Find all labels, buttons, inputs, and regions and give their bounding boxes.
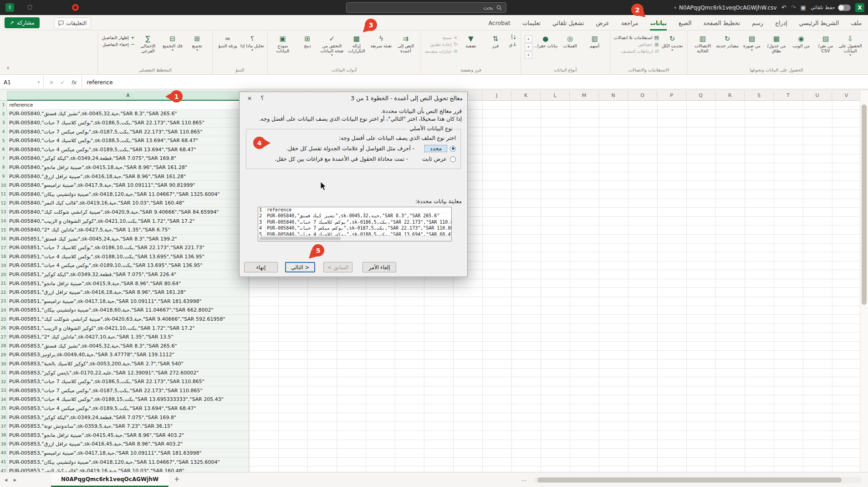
ribbon-button-picture[interactable]: ▧من صورة▾ — [740, 32, 764, 52]
cell-A5[interactable]: PUR-005840,"بوكس كلاسيك 4 حبات",sk-0188,… — [7, 136, 249, 145]
row-header-24[interactable]: 24 — [0, 306, 7, 315]
column-header-T[interactable]: T — [774, 91, 803, 101]
cell-A16[interactable]: PUR-005851,"تشيز كيك فستق",sk-0045,24,حب… — [7, 235, 249, 244]
cancel-button[interactable]: إلغاء الأمر — [363, 262, 396, 272]
empty-cells[interactable] — [249, 306, 860, 315]
ribbon-button-ungroup[interactable]: ⊟فك التجميع▾ — [160, 32, 185, 52]
row-header-41[interactable]: 41 — [0, 458, 7, 467]
next-button[interactable]: التالي > — [285, 262, 315, 272]
cell-A17[interactable]: PUR-005851,"بوكس كلاسيك 7 حبات",sk-0186,… — [7, 244, 249, 253]
gallery-down-icon[interactable]: ▾ — [525, 43, 532, 51]
preview-scrollbar[interactable] — [258, 236, 451, 241]
column-header-A[interactable]: A — [7, 91, 249, 101]
add-sheet-button[interactable]: + — [174, 475, 180, 483]
empty-cells[interactable] — [249, 351, 860, 360]
row-header-37[interactable]: 37 — [0, 422, 7, 431]
ribbon-button-remove-duplicates[interactable]: ▩إزالة التكرارات — [344, 32, 369, 53]
empty-cells[interactable] — [249, 377, 860, 386]
ribbon-button-data-model[interactable]: ▣نموذج البيانات — [271, 32, 295, 53]
ribbon-button-group[interactable]: ⊞تجميع▾ — [185, 32, 209, 52]
cell-A30[interactable]: PUR-005853,"كوكيز كلاسيك بالحبة",sk-0053… — [7, 359, 249, 369]
help-icon[interactable]: ؟ — [257, 94, 268, 103]
ribbon-tab-ملف[interactable]: ملف — [851, 15, 862, 31]
row-header-11[interactable]: 11 — [0, 190, 7, 199]
empty-cells[interactable] — [249, 413, 860, 422]
row-header-6[interactable]: 6 — [0, 145, 7, 154]
row-header-1[interactable]: 1 — [0, 101, 7, 110]
column-header-R[interactable]: R — [715, 91, 745, 101]
fixed-width-radio-row[interactable]: عرض ثابت - تمت محاذاة الحقول في الأعمدة … — [251, 156, 456, 162]
app-window-icon[interactable]: ⇧ — [5, 3, 14, 12]
horizontal-scrollbar[interactable] — [534, 477, 862, 483]
vertical-scrollbar-thumb[interactable] — [862, 104, 867, 305]
ribbon-button-clear[interactable]: ×مسح — [425, 35, 458, 40]
ribbon-button-web[interactable]: ◉من الويب — [789, 32, 813, 48]
cell-A19[interactable]: PUR-005851,"بوكس ميكس 4 حبات",sk-0189,10… — [7, 261, 249, 271]
cell-A24[interactable]: PUR-005851,"صينية دولتشيني بيكان",sk-041… — [7, 306, 249, 315]
sheet-menu-icon[interactable]: … — [521, 476, 528, 482]
ribbon-button-workbook-links[interactable]: ⇄ارتباطات المصنف — [614, 49, 659, 54]
vertical-scrollbar[interactable] — [860, 91, 868, 472]
ribbon-button-recent-sources[interactable]: ↻مصادر حديثة — [715, 32, 740, 48]
ribbon-tab-الشريط الرئيسي[interactable]: الشريط الرئيسي — [799, 15, 839, 31]
ribbon-button-sort-za[interactable]: ي↓ — [509, 42, 517, 47]
empty-cells[interactable] — [249, 297, 860, 306]
row-header-15[interactable]: 15 — [0, 226, 7, 235]
cell-A10[interactable]: PUR-005840,"صينية تراميسو",sk-0417,9,حبة… — [7, 181, 249, 190]
column-header-O[interactable]: O — [628, 91, 657, 101]
empty-cells[interactable] — [249, 369, 860, 378]
cell-A1[interactable]: reference — [7, 101, 249, 110]
column-header-P[interactable]: P — [657, 91, 686, 101]
ribbon-tab-تشغيل تلقائي[interactable]: تشغيل تلقائي — [552, 15, 584, 31]
column-header-M[interactable]: M — [570, 91, 599, 101]
ribbon-button-table-range[interactable]: ▦من جدول/ نطاق — [764, 32, 789, 53]
cell-A41[interactable]: PUR-005853,"صينية دولتشيني بيكان",sk-041… — [7, 458, 249, 467]
ribbon-button-subtotal[interactable]: ∑الإجمالي الفرعي — [136, 32, 160, 53]
cell-A20[interactable]: PUR-005851,"كيكة كوكيز",sk-0349,32,قطعة,… — [7, 270, 249, 279]
autosave-toggle[interactable]: حفظ تلقائي — [811, 5, 851, 11]
sheet-tab[interactable]: N0APqgQmc6rk1veqOcAGWjhW — [51, 472, 168, 487]
ribbon-button-filter[interactable]: ▼تصفية — [459, 32, 483, 48]
column-header-V[interactable]: V — [832, 91, 861, 101]
ribbon-button-show-detail[interactable]: +إظهار التفاصيل — [102, 35, 135, 40]
ribbon-button-get-data[interactable]: ⇩الحصول على البيانات▾ — [838, 32, 863, 57]
collapse-ribbon-icon[interactable]: ∧ — [6, 65, 10, 70]
back-button[interactable]: < السابق — [323, 262, 352, 272]
undo-icon[interactable]: ↶ — [781, 4, 786, 11]
cell-A2[interactable]: PUR-005840,"تشيز كيك فستق",sk-0045,32,حب… — [7, 110, 249, 119]
cell-A35[interactable]: PUR-005853,"بوكس ميكس 4 حبات",sk-0189,5,… — [7, 404, 249, 413]
ribbon-tab-بيانات[interactable]: بيانات — [650, 15, 666, 31]
cell-A23[interactable]: PUR-005851,"صينية تراميسو",sk-0417,18,حب… — [7, 297, 249, 306]
row-header-3[interactable]: 3 — [0, 118, 7, 128]
cell-A36[interactable]: PUR-005853,"كيكة كوكيز",sk-0349,24,قطعة,… — [7, 413, 249, 422]
ribbon-tab-تخطيط الصفحة[interactable]: تخطيط الصفحة — [703, 15, 740, 31]
cell-A14[interactable]: PUR-005840,"كوكيز الشوفان و الزبيب",sk-0… — [7, 217, 249, 226]
cell-A7[interactable]: PUR-005840,"كيكة كوكيز",sk-0349,24,قطعة,… — [7, 154, 249, 164]
delimited-radio-label[interactable]: محدد — [425, 145, 447, 152]
cell-A32[interactable]: PUR-005853,"بوكس كلاسيك 7 حبات",sk-0186,… — [7, 377, 249, 386]
cancel-entry-icon[interactable]: × — [49, 79, 54, 86]
row-header-38[interactable]: 38 — [0, 431, 7, 440]
ribbon-button-consolidate[interactable]: ⊞دمج — [295, 32, 320, 48]
column-header-J[interactable]: J — [482, 91, 511, 101]
insert-function-icon[interactable]: fx — [71, 79, 76, 86]
column-header-N[interactable]: N — [599, 91, 628, 101]
gallery-up-icon[interactable]: ▴ — [525, 35, 532, 42]
row-header-17[interactable]: 17 — [0, 244, 7, 253]
ribbon-tab-Acrobat[interactable]: Acrobat — [488, 15, 510, 31]
empty-cells[interactable] — [249, 466, 860, 472]
column-header-Q[interactable]: Q — [686, 91, 715, 101]
ribbon-button-properties[interactable]: ▣خصائص — [614, 42, 659, 47]
search-input[interactable]: بحث — [346, 2, 506, 13]
empty-cells[interactable] — [249, 279, 860, 288]
row-header-35[interactable]: 35 — [0, 404, 7, 413]
finish-button[interactable]: إنهاء — [244, 262, 278, 272]
ribbon-tab-عرض[interactable]: عرض — [596, 15, 609, 31]
ribbon-button-sort-az[interactable]: أ↓ — [509, 35, 517, 40]
ribbon-button-stocks[interactable]: ▥أسهم — [582, 32, 607, 48]
row-header-14[interactable]: 14 — [0, 217, 7, 226]
ribbon-button-advanced[interactable]: ≡خيارات متقدمة — [425, 49, 458, 54]
cell-A4[interactable]: PUR-005840,"بوكس ميكس 7 حبات",sk-0187,5,… — [7, 128, 249, 137]
row-header-2[interactable]: 2 — [0, 110, 7, 119]
ribbon-button-what-if[interactable]: ؟تحليل ماذا إذا▾ — [240, 32, 265, 52]
